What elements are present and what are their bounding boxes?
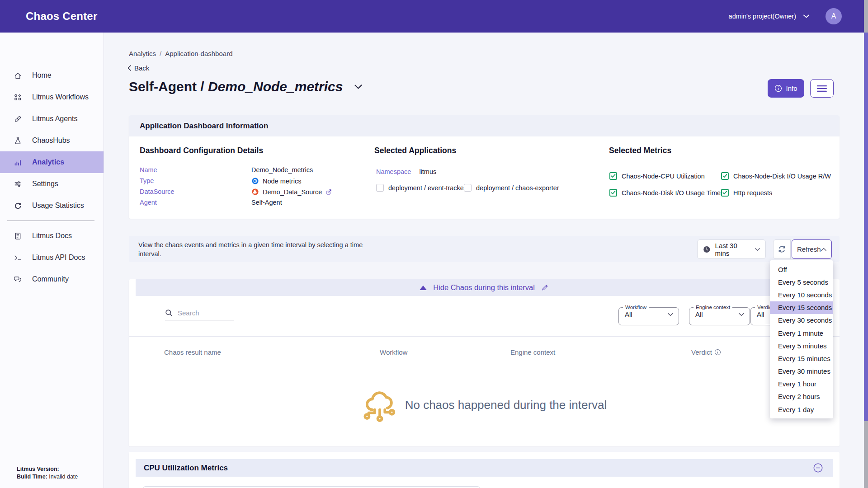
sidebar-item-label: Litmus Docs — [32, 232, 72, 240]
breadcrumb-separator: / — [160, 50, 161, 57]
panel-header: Application Dashboard Information — [129, 115, 840, 136]
sidebar-item-community[interactable]: Community — [0, 268, 104, 290]
agent-label: Agent — [140, 199, 251, 206]
sidebar-item-home[interactable]: Home — [0, 65, 104, 86]
prometheus-icon — [251, 188, 259, 196]
title-dashboard-name: Demo_Node_metrics — [208, 79, 343, 94]
menu-item-every-15-minutes[interactable]: Every 15 minutes — [770, 352, 833, 365]
type-label: Type — [140, 177, 251, 185]
app-checkbox-event-tracker[interactable]: deployment / event-tracker — [376, 184, 466, 192]
name-label: Name — [140, 166, 251, 174]
checkbox-label: Chaos-Node-CPU Utilization — [622, 173, 705, 180]
project-selector[interactable]: admin's project(Owner) — [729, 13, 796, 20]
metric-checkbox-cpu[interactable]: Chaos-Node-CPU Utilization — [609, 172, 705, 180]
back-label: Back — [134, 64, 149, 72]
avatar[interactable]: A — [826, 8, 842, 24]
checkbox-unchecked[interactable] — [464, 184, 472, 192]
top-bar: Chaos Center admin's project(Owner) A — [0, 0, 868, 33]
collapse-minus-icon[interactable] — [813, 463, 823, 473]
search-field[interactable] — [165, 309, 234, 320]
page-title: Self-Agent / Demo_Node_metrics — [129, 79, 343, 94]
sidebar-item-usage-statistics[interactable]: Usage Statistics — [0, 195, 104, 216]
sidebar-item-label: Analytics — [32, 158, 64, 166]
metric-checkbox-http[interactable]: Http requests — [721, 189, 772, 197]
sidebar-item-litmus-api-docs[interactable]: Litmus API Docs — [0, 247, 104, 268]
scrollbar-thumb[interactable] — [864, 33, 868, 421]
refresh-interval-select[interactable]: Refresh — [792, 239, 832, 259]
menu-item-every-5-minutes[interactable]: Every 5 minutes — [770, 339, 833, 352]
breadcrumb-application-dashboard[interactable]: Application-dashboard — [165, 50, 232, 57]
dashboard-menu-button[interactable] — [810, 79, 834, 98]
external-link-icon[interactable] — [326, 188, 332, 195]
sidebar-item-litmus-docs[interactable]: Litmus Docs — [0, 225, 104, 247]
sidebar-item-litmus-agents[interactable]: Litmus Agents — [0, 108, 104, 130]
sidebar-item-litmus-workflows[interactable]: Litmus Workflows — [0, 86, 104, 108]
menu-item-every-2-hours[interactable]: Every 2 hours — [770, 390, 833, 403]
name-value: Demo_Node_metrics — [251, 166, 313, 174]
checkbox-checked[interactable] — [721, 189, 729, 197]
metric-checkbox-disk-times[interactable]: Chaos-Node-Disk I/O Usage Times — [609, 189, 724, 197]
edit-pencil-icon[interactable] — [541, 284, 549, 291]
info-button[interactable]: Info — [768, 79, 804, 98]
chevron-down-icon — [755, 248, 760, 251]
verdict-info-icon[interactable] — [714, 349, 721, 356]
breadcrumb: Analytics / Application-dashboard — [129, 50, 232, 57]
terminal-icon — [14, 253, 22, 262]
panel-title: Application Dashboard Information — [140, 122, 268, 131]
menu-item-every-15-seconds[interactable]: Every 15 seconds — [770, 301, 833, 314]
hamburger-icon — [817, 85, 827, 92]
cpu-chart-container — [143, 486, 480, 488]
breadcrumb-analytics[interactable]: Analytics — [129, 50, 156, 57]
chaos-table-card: Hide Chaos during this interval Workflow… — [129, 279, 840, 446]
menu-item-every-5-seconds[interactable]: Every 5 seconds — [770, 276, 833, 288]
menu-item-off[interactable]: Off — [770, 263, 833, 276]
checkbox-label: deployment / event-tracker — [388, 184, 466, 192]
home-icon — [14, 71, 22, 80]
sidebar-item-label: Usage Statistics — [32, 202, 84, 210]
analytics-icon — [14, 158, 22, 167]
scrollbar-track[interactable] — [864, 0, 868, 488]
time-range-select[interactable]: Last 30 mins — [697, 239, 766, 259]
app-checkbox-chaos-exporter[interactable]: deployment / chaos-exporter — [464, 184, 559, 192]
search-input[interactable] — [178, 309, 227, 317]
column-header-verdict: Verdict — [691, 348, 721, 356]
menu-item-every-30-minutes[interactable]: Every 30 minutes — [770, 365, 833, 378]
config-section-title: Dashboard Configuration Details — [140, 146, 263, 155]
menu-item-every-10-seconds[interactable]: Every 10 seconds — [770, 288, 833, 301]
menu-item-every-1-day[interactable]: Every 1 day — [770, 403, 833, 416]
engine-context-filter-select[interactable]: Engine context All — [689, 305, 750, 325]
namespace-value: litmus — [419, 168, 436, 175]
column-header-chaos-result-name: Chaos result name — [164, 348, 221, 356]
sidebar-divider — [7, 221, 94, 221]
chevron-down-icon — [668, 313, 673, 316]
hide-chaos-toggle[interactable]: Hide Chaos during this interval — [136, 279, 833, 296]
time-interval-panel: View the chaos events and metrics in a g… — [129, 236, 840, 262]
chevron-up-icon — [821, 248, 826, 251]
refresh-select-label: Refresh — [797, 245, 821, 253]
sidebar-item-settings[interactable]: Settings — [0, 173, 104, 195]
main-content: Analytics / Application-dashboard Back S… — [104, 33, 868, 488]
metrics-section-title: Selected Metrics — [609, 146, 671, 155]
chevron-down-icon[interactable] — [803, 14, 809, 18]
chat-icon — [14, 275, 22, 284]
sidebar-item-chaoshubs[interactable]: ChaosHubs — [0, 130, 104, 151]
checkbox-checked[interactable] — [721, 172, 729, 180]
flask-icon — [14, 136, 22, 145]
sidebar-item-label: Community — [32, 275, 69, 283]
metric-checkbox-disk-rw[interactable]: Chaos-Node-Disk I/O Usage R/W — [721, 172, 831, 180]
menu-item-every-1-minute[interactable]: Every 1 minute — [770, 327, 833, 339]
menu-item-every-30-seconds[interactable]: Every 30 seconds — [770, 314, 833, 327]
back-button[interactable]: Back — [127, 64, 149, 72]
application-dashboard-information-card: Application Dashboard Information Dashbo… — [129, 115, 840, 219]
document-icon — [14, 232, 22, 240]
checkbox-unchecked[interactable] — [376, 184, 384, 192]
workflow-filter-select[interactable]: Workflow All — [618, 305, 679, 325]
cloud-network-icon — [362, 387, 398, 423]
title-chevron-down-icon[interactable] — [354, 84, 362, 89]
checkbox-checked[interactable] — [609, 189, 617, 197]
menu-item-every-1-hour[interactable]: Every 1 hour — [770, 378, 833, 390]
sidebar-item-analytics[interactable]: Analytics — [0, 151, 104, 173]
checkbox-checked[interactable] — [609, 172, 617, 180]
refresh-now-button[interactable] — [773, 239, 791, 259]
usage-icon — [14, 202, 22, 210]
